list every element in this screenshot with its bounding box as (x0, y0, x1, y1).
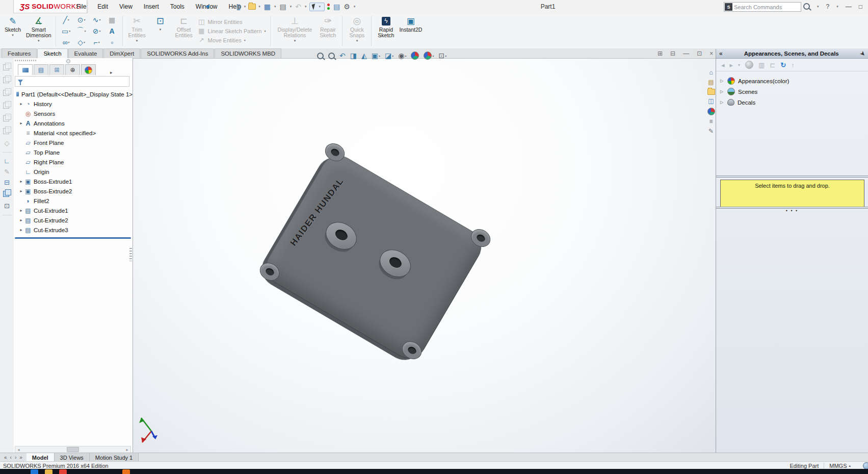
appearances-tab-icon[interactable] (707, 108, 715, 115)
view-palette-icon[interactable]: ◫ (708, 98, 714, 105)
rebuild-icon[interactable] (326, 4, 331, 10)
tree-item-front-plane[interactable]: ▱Front Plane (14, 138, 133, 147)
smart-dimension-caret-icon[interactable]: ▾ (38, 39, 40, 43)
minimize-button[interactable]: — (846, 3, 852, 10)
last-tab-icon[interactable]: » (19, 455, 22, 460)
print-caret-icon[interactable]: ▾ (290, 5, 292, 9)
edit-appearance-icon[interactable] (411, 52, 419, 60)
expander-icon[interactable]: ▸ (18, 228, 24, 232)
custom-properties-icon[interactable]: ≡ (709, 118, 713, 125)
line-caret-icon[interactable]: ▾ (68, 18, 69, 21)
tab-display-manager[interactable] (81, 64, 96, 75)
quick-snaps-caret-icon[interactable]: ▾ (356, 39, 358, 43)
menu-insert[interactable]: Insert (144, 3, 159, 10)
splitter-knob-icon[interactable] (66, 59, 70, 63)
expander-icon[interactable]: ▸ (18, 189, 24, 193)
tree-item-fillet2[interactable]: ◗Fillet2 (14, 196, 133, 206)
tab-motion-study[interactable]: Motion Study 1 (90, 453, 139, 462)
move-caret-icon[interactable]: ▾ (244, 38, 246, 42)
circle-tool-button[interactable]: ⊙▾ (74, 14, 89, 26)
new-caret-icon[interactable]: ▾ (244, 5, 246, 9)
tree-item-material[interactable]: ≡Material <not specified> (14, 128, 133, 138)
tree-item-cut-extrude3[interactable]: ▸▤Cut-Extrude3 (14, 225, 133, 235)
rapid-sketch-button[interactable]: ϟ Rapid Sketch (374, 14, 398, 48)
doc-close-icon[interactable]: × (709, 50, 713, 57)
display-delete-caret-icon[interactable]: ▾ (294, 39, 296, 43)
units-caret-icon[interactable]: ▴ (849, 464, 851, 468)
display-delete-relations-button[interactable]: ⊥ Display/Delete Relations ▾ (273, 14, 316, 48)
linear-pattern-caret-icon[interactable]: ▾ (264, 29, 266, 33)
options-list-icon[interactable]: ▤ (332, 3, 341, 11)
quick-snaps-button[interactable]: ◎ Quick Snaps ▾ (345, 14, 369, 48)
tree-item-cut-extrude2[interactable]: ▸▤Cut-Extrude2 (14, 215, 133, 225)
gear-caret-icon[interactable]: ▾ (354, 5, 356, 9)
rectangle-tool-button[interactable]: ▭▾ (59, 26, 74, 37)
polygon-tool-button[interactable]: ◇▾ (74, 37, 89, 48)
expander-icon[interactable]: ▷ (719, 89, 724, 94)
tree-item-top-plane[interactable]: ▱Top Plane (14, 147, 133, 157)
tab-features[interactable]: Features (2, 48, 37, 58)
scrollbar-track[interactable] (22, 446, 124, 453)
tab-sketch[interactable]: Sketch (37, 48, 67, 58)
panel-splitter-grip[interactable] (129, 248, 132, 261)
arc-tool-button[interactable]: ⌒▾ (74, 26, 89, 37)
text-tool-button[interactable]: A (104, 26, 120, 37)
help-button[interactable]: ? (826, 3, 830, 10)
tree-horizontal-scrollbar[interactable]: ◂ ▸ (15, 446, 131, 453)
undo-icon[interactable]: ↶ (294, 3, 302, 11)
display-style-icon[interactable]: ◪▾ (385, 52, 393, 60)
tree-item-scenes[interactable]: ▷ Scenes (719, 86, 868, 97)
save-caret-icon[interactable]: ▾ (274, 5, 276, 9)
circle-caret-icon[interactable]: ▾ (84, 18, 85, 21)
view-settings-icon[interactable]: ⊡▾ (439, 52, 447, 60)
rectangle-caret-icon[interactable]: ▾ (69, 29, 70, 33)
view-cube-icon[interactable] (3, 77, 9, 83)
part-plate[interactable] (259, 149, 488, 365)
menu-view[interactable]: View (119, 3, 133, 10)
splitter-dots-icon[interactable]: • • • (716, 209, 868, 212)
convert-entities-button[interactable]: ⊡ ▾ (149, 14, 172, 48)
linear-sketch-pattern-button[interactable]: ▦Linear Sketch Pattern▾ (198, 27, 266, 35)
tree-item-annotations[interactable]: ▸AAnnotations (14, 118, 133, 128)
scroll-left-icon[interactable]: ◂ (15, 447, 22, 452)
tab-dimxpert[interactable]: DimXpert (103, 48, 140, 58)
scrollbar-thumb[interactable] (67, 447, 79, 452)
slot-tool-button[interactable]: ∞▾ (59, 37, 74, 48)
prev-tab-icon[interactable]: ‹ (10, 455, 12, 460)
3d-part-icon[interactable] (3, 191, 9, 197)
taskbar-app-icon[interactable] (31, 469, 38, 474)
search-caret-icon[interactable]: ▾ (817, 5, 819, 9)
sketch-fillet-button[interactable]: ⌐▾ (89, 37, 104, 48)
expander-icon[interactable]: ▷ (719, 79, 724, 83)
tree-item-appearances[interactable]: ▷ Appearances(color) (719, 76, 868, 86)
menu-edit[interactable]: Edit (97, 3, 108, 10)
spline-tool-button[interactable]: ∿▾ (89, 14, 104, 26)
expander-icon[interactable]: ▸ (18, 102, 24, 106)
smart-dimension-button[interactable]: ∡ Smart Dimension ▾ (24, 14, 53, 48)
doc-restore-icon[interactable]: ⊡ (697, 50, 702, 57)
open-caret-icon[interactable]: ▾ (258, 5, 260, 9)
doc-new-window-icon[interactable]: ⊞ (657, 50, 663, 57)
tree-item-boss-extrude2[interactable]: ▸▣Boss-Extrude2 (14, 186, 133, 196)
3d-drawing-view-icon[interactable]: ◭ (361, 52, 367, 60)
taskbar-app-icon[interactable] (45, 469, 52, 474)
expander-icon[interactable]: ▸ (18, 179, 24, 184)
fillet-caret-icon[interactable]: ▾ (98, 40, 100, 44)
solidworks-resources-icon[interactable]: ⌂ (709, 69, 713, 76)
select-caret-icon[interactable]: ▾ (319, 5, 321, 9)
save-icon[interactable]: ▦ (263, 3, 272, 11)
tab-solidworks-add-ins[interactable]: SOLIDWORKS Add-Ins (141, 48, 214, 58)
mirror-entities-button[interactable]: ◫Mirror Entities (198, 18, 266, 26)
expand-tabs-arrow-icon[interactable]: ▸ (110, 70, 113, 75)
undo-caret-icon[interactable]: ▾ (305, 5, 307, 9)
help-caret-icon[interactable]: ▾ (836, 5, 838, 9)
tab-featuremanager-tree[interactable] (18, 64, 33, 75)
file-explorer-icon[interactable] (707, 89, 715, 95)
monitor-icon[interactable]: ⊡ (4, 203, 10, 210)
history-caret-icon[interactable]: ▾ (738, 63, 740, 67)
zoom-to-area-icon[interactable] (328, 53, 335, 59)
doc-minimize-icon[interactable]: — (683, 50, 689, 57)
scroll-right-icon[interactable]: ▸ (124, 447, 130, 452)
view-cube-icon[interactable] (3, 103, 9, 109)
open-icon[interactable] (248, 4, 256, 10)
